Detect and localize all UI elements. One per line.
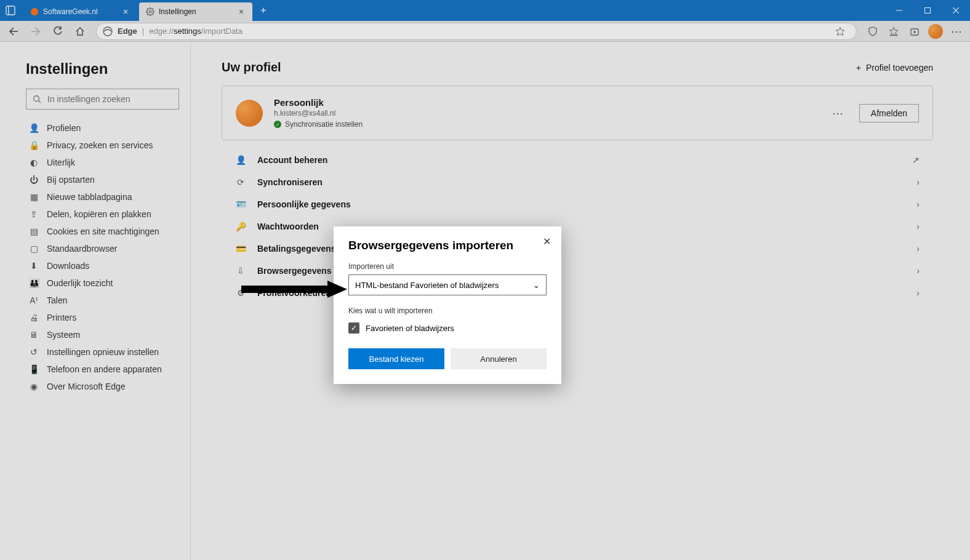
import-browser-data-dialog: ✕ Browsergegevens importeren Importeren … xyxy=(334,226,561,384)
choose-file-button[interactable]: Bestand kiezen xyxy=(348,348,444,369)
favorites-checkbox-row[interactable]: ✓ Favorieten of bladwijzers xyxy=(348,322,547,334)
import-from-label: Importeren uit xyxy=(348,262,547,271)
chevron-down-icon: ⌄ xyxy=(533,281,540,290)
choose-what-label: Kies wat u wilt importeren xyxy=(348,306,547,315)
dialog-title: Browsergegevens importeren xyxy=(348,239,547,252)
svg-rect-17 xyxy=(241,286,327,293)
checkbox-checked-icon[interactable]: ✓ xyxy=(348,322,359,334)
cancel-button[interactable]: Annuleren xyxy=(451,348,547,369)
dialog-close-button[interactable]: ✕ xyxy=(539,234,554,249)
svg-marker-18 xyxy=(327,281,347,298)
annotation-arrow xyxy=(241,281,347,298)
import-source-select[interactable]: HTML-bestand Favorieten of bladwijzers ⌄ xyxy=(348,274,547,295)
